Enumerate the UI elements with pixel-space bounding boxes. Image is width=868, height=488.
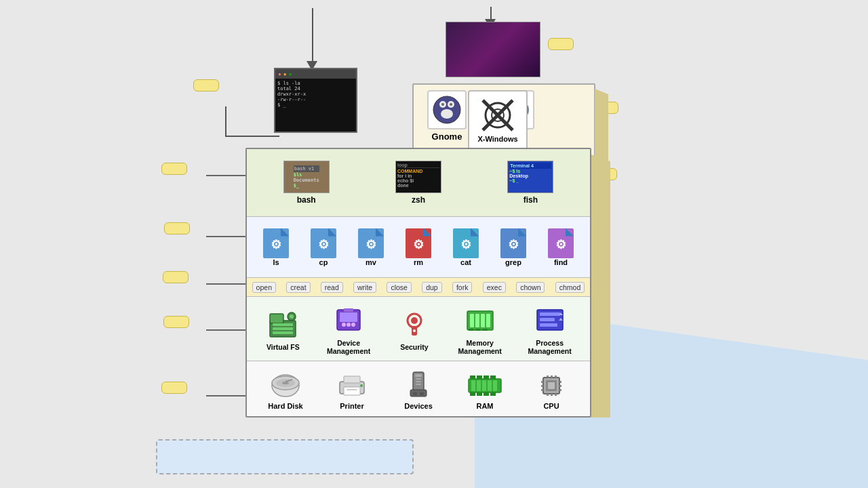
hardware-connector — [206, 395, 245, 396]
svg-rect-16 — [273, 327, 293, 330]
svg-rect-31 — [470, 314, 474, 327]
find-item: ⚙ find — [548, 228, 574, 266]
svg-rect-87 — [555, 375, 557, 378]
svg-rect-81 — [541, 389, 543, 391]
svg-rect-83 — [559, 385, 561, 387]
svg-point-27 — [411, 317, 418, 324]
svg-rect-55 — [415, 374, 422, 377]
svg-rect-78 — [548, 382, 555, 389]
svg-rect-35 — [469, 329, 474, 331]
svg-rect-86 — [551, 375, 553, 378]
svg-point-24 — [351, 323, 355, 327]
printer-item: Printer — [334, 371, 370, 410]
shell-section: bash v1 $ls Documents $_ bash loop COMMA… — [247, 149, 590, 217]
svg-rect-32 — [475, 314, 479, 327]
svg-rect-67 — [493, 380, 497, 391]
svg-rect-74 — [484, 375, 489, 379]
kernel-section: Virtual FS Device Management — [247, 297, 590, 361]
security-item: Security — [397, 306, 432, 351]
ubuntu-screenshot — [446, 22, 540, 77]
cui-arrow-h — [225, 136, 279, 137]
svg-rect-60 — [413, 392, 417, 395]
svg-rect-65 — [482, 380, 486, 391]
svg-rect-40 — [540, 318, 555, 321]
cat-item: ⚙ cat — [453, 228, 479, 266]
programs-connector — [206, 236, 245, 237]
syscall-chown: chown — [516, 282, 545, 293]
xwindows-thumb-box: X-Windows — [468, 90, 528, 150]
syscalls-section: open creat read write close dup fork exe… — [247, 278, 590, 297]
gui-box-right — [595, 89, 608, 161]
syscall-dup: dup — [422, 282, 442, 293]
svg-point-23 — [347, 323, 351, 327]
svg-rect-39 — [540, 312, 560, 316]
kernel-connector — [206, 329, 245, 331]
svg-rect-14 — [270, 314, 283, 323]
svg-point-3 — [441, 109, 453, 119]
svg-rect-69 — [477, 392, 482, 396]
mv-item: ⚙ mv — [358, 228, 384, 266]
bash-label: bash — [297, 195, 316, 205]
linux-arch-box — [156, 439, 414, 474]
gnome-label: Gnome — [432, 131, 462, 142]
svg-rect-56 — [416, 378, 421, 380]
hardware-label — [161, 382, 187, 394]
svg-rect-73 — [477, 375, 482, 379]
syscall-fork: fork — [452, 282, 473, 293]
programs-label — [164, 222, 190, 235]
cp-item: ⚙ cp — [311, 228, 336, 266]
svg-rect-58 — [416, 384, 421, 385]
svg-rect-41 — [540, 323, 557, 327]
svg-rect-82 — [559, 381, 561, 383]
gnome-item: Gnome — [427, 90, 467, 142]
zsh-item: loop COMMAND for i in echo $i done zsh — [395, 161, 441, 205]
svg-rect-25 — [344, 308, 353, 312]
svg-rect-17 — [273, 331, 293, 334]
gui-label — [548, 38, 574, 50]
svg-rect-50 — [344, 387, 360, 395]
svg-rect-90 — [555, 394, 557, 396]
svg-point-29 — [413, 329, 416, 332]
cpu-item: CPU — [534, 371, 569, 410]
svg-point-19 — [290, 314, 294, 319]
svg-rect-88 — [547, 394, 549, 396]
cui-label — [193, 79, 219, 92]
bash-item: bash v1 $ls Documents $_ bash — [283, 161, 330, 205]
svg-rect-75 — [490, 375, 496, 379]
svg-rect-85 — [547, 375, 549, 378]
ls-item: ⚙ ls — [263, 228, 289, 266]
shell-label — [161, 163, 187, 175]
svg-rect-61 — [420, 392, 424, 395]
svg-rect-63 — [471, 380, 475, 391]
svg-point-47 — [282, 382, 289, 384]
syscalls-connector — [206, 283, 245, 285]
terminal-screenshot: ● ● ● $ ls -la total 24 drwxr-xr-x -rw-r… — [274, 68, 357, 133]
zsh-label: zsh — [412, 195, 425, 205]
svg-point-4 — [441, 103, 444, 106]
cui-arrow-v — [225, 106, 226, 137]
syscall-open: open — [252, 282, 276, 293]
svg-rect-33 — [481, 314, 485, 327]
syscalls-label — [163, 271, 189, 283]
syscall-write: write — [353, 282, 376, 293]
arch-box-right-side — [591, 155, 610, 418]
fish-item: Terminal 4 ~$ ls Desktop ~$ _ fish — [507, 161, 553, 205]
svg-rect-34 — [486, 314, 490, 327]
hard-disk-item: Hard Disk — [268, 371, 303, 410]
syscall-creat: creat — [286, 282, 310, 293]
svg-rect-21 — [340, 312, 357, 322]
hardware-section: Hard Disk Printer — [247, 361, 590, 418]
devices-item: Devices — [401, 371, 436, 410]
svg-rect-79 — [541, 381, 543, 383]
fish-label: fish — [524, 195, 538, 205]
svg-rect-89 — [551, 394, 553, 396]
svg-rect-15 — [273, 323, 293, 326]
syscall-exec: exec — [483, 282, 506, 293]
process-mgmt-item: Process Management — [528, 302, 571, 355]
programs-section: ⚙ ls ⚙ cp ⚙ mv ⚙ rm ⚙ cat — [247, 217, 590, 278]
svg-rect-70 — [484, 392, 489, 396]
arch-main-box: bash v1 $ls Documents $_ bash loop COMMA… — [245, 148, 591, 418]
ram-item: RAM — [467, 371, 502, 410]
svg-point-22 — [342, 323, 346, 327]
svg-point-52 — [360, 384, 363, 387]
